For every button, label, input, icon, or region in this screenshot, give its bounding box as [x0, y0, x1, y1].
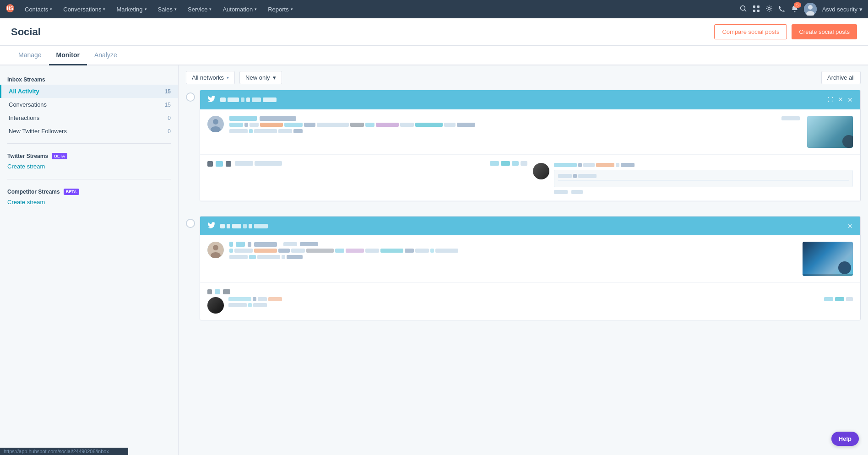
- filter-left: All networks ▾ New only ▾: [186, 71, 282, 84]
- stream-1-select-circle[interactable]: [186, 92, 195, 102]
- nav-left: HS Contacts ▾ Conversations ▾ Marketing …: [5, 0, 298, 18]
- tab-analyze[interactable]: Analyze: [87, 46, 125, 65]
- post-1-content: [229, 116, 853, 148]
- tabs-bar: Manage Monitor Analyze: [0, 46, 868, 65]
- nav-sales[interactable]: Sales ▾: [153, 0, 182, 18]
- tab-manage[interactable]: Manage: [11, 46, 49, 65]
- compare-social-posts-button[interactable]: Compare social posts: [714, 24, 787, 39]
- stream-section-2: ✕: [186, 216, 861, 328]
- nav-service[interactable]: Service ▾: [183, 0, 216, 18]
- network-chevron-icon: ▾: [227, 75, 229, 80]
- competitor-streams-header: Competitor Streams BETA: [0, 185, 178, 197]
- stream-1-close-icon[interactable]: ✕: [847, 96, 853, 103]
- top-navigation: HS Contacts ▾ Conversations ▾ Marketing …: [0, 0, 868, 18]
- tab-monitor[interactable]: Monitor: [49, 46, 87, 65]
- stream-2-select-circle[interactable]: [186, 219, 195, 228]
- inbox-streams-title: Inbox Streams: [0, 73, 178, 85]
- stream-1-action-icon-2[interactable]: [837, 96, 844, 104]
- apps-icon[interactable]: [753, 5, 760, 14]
- post-item-4: [200, 283, 860, 320]
- create-competitor-stream-link[interactable]: Create stream: [0, 197, 178, 209]
- competitor-streams-beta-badge: BETA: [64, 189, 79, 195]
- post-1-avatar: [207, 116, 224, 132]
- post-item-2: [200, 155, 860, 201]
- notifications-badge[interactable]: 5: [791, 5, 798, 14]
- nav-reports[interactable]: Reports ▾: [263, 0, 298, 18]
- header-actions: Compare social posts Create social posts: [714, 24, 857, 39]
- svg-rect-5: [757, 5, 760, 8]
- archive-all-button[interactable]: Archive all: [821, 71, 861, 84]
- network-filter-dropdown[interactable]: All networks ▾: [186, 71, 235, 84]
- nav-right: 5 Asvd security ▾: [740, 3, 863, 16]
- create-social-posts-button[interactable]: Create social posts: [792, 24, 857, 39]
- new-only-chevron-icon: ▾: [273, 74, 276, 81]
- stream-1-action-icon-1[interactable]: [827, 96, 834, 104]
- main-layout: Inbox Streams All Activity 15 Conversati…: [0, 65, 868, 455]
- svg-text:HS: HS: [7, 6, 13, 11]
- stream-section-1: ✕: [186, 90, 861, 209]
- marketing-chevron: ▾: [145, 7, 147, 11]
- sidebar: Inbox Streams All Activity 15 Conversati…: [0, 65, 179, 455]
- post-item-3: [200, 235, 860, 283]
- user-name[interactable]: Asvd security ▾: [822, 6, 863, 13]
- sidebar-item-conversations[interactable]: Conversations 15: [0, 98, 178, 111]
- stream-1-header-left: [207, 95, 277, 105]
- svg-point-10: [808, 5, 813, 10]
- stream-1-header: ✕: [200, 90, 860, 109]
- sidebar-divider-1: [7, 143, 171, 144]
- stream-2-header: ✕: [200, 217, 860, 235]
- help-button[interactable]: Help: [831, 432, 859, 446]
- new-only-filter-dropdown[interactable]: New only ▾: [239, 71, 282, 84]
- post-3-content: [229, 242, 853, 276]
- page-header: Social Compare social posts Create socia…: [0, 18, 868, 46]
- page-title: Social: [11, 26, 41, 38]
- nav-conversations[interactable]: Conversations ▾: [59, 0, 110, 18]
- settings-icon[interactable]: [765, 5, 773, 14]
- twitter-bird-icon-1: [207, 95, 216, 105]
- sidebar-item-interactions[interactable]: Interactions 0: [0, 111, 178, 125]
- notification-count: 5: [794, 2, 801, 8]
- nav-contacts[interactable]: Contacts ▾: [20, 0, 57, 18]
- svg-rect-4: [753, 5, 755, 8]
- twitter-streams-header: Twitter Streams BETA: [0, 149, 178, 161]
- sidebar-divider-2: [7, 179, 171, 179]
- stream-card-1: ✕: [200, 90, 861, 201]
- post-3-avatar: [207, 242, 224, 258]
- reports-chevron: ▾: [291, 7, 293, 11]
- post-3-image: [803, 242, 853, 276]
- svg-point-2: [740, 5, 745, 10]
- status-bar: https://app.hubspot.com/social/24490206/…: [0, 448, 128, 455]
- search-icon[interactable]: [740, 5, 747, 14]
- svg-point-8: [768, 7, 770, 10]
- phone-icon[interactable]: [778, 5, 786, 14]
- stream-2-close-icon[interactable]: ✕: [847, 222, 853, 230]
- content-area: All networks ▾ New only ▾ Archive all: [179, 65, 868, 455]
- nav-marketing[interactable]: Marketing ▾: [112, 0, 151, 18]
- service-chevron: ▾: [209, 7, 212, 11]
- automation-chevron: ▾: [255, 7, 257, 11]
- avatar[interactable]: [804, 3, 817, 16]
- post-item-1: [200, 109, 860, 155]
- sidebar-item-all-activity[interactable]: All Activity 15: [0, 85, 178, 98]
- stream-card-2: ✕: [200, 216, 861, 320]
- contacts-chevron: ▾: [50, 7, 52, 11]
- conversations-chevron: ▾: [103, 7, 105, 11]
- stream-2-header-right: ✕: [847, 222, 853, 230]
- stream-1-header-right: ✕: [827, 96, 853, 104]
- nav-automation[interactable]: Automation ▾: [218, 0, 261, 18]
- user-chevron-icon: ▾: [859, 6, 863, 13]
- filter-bar: All networks ▾ New only ▾ Archive all: [179, 65, 868, 90]
- stream-2-header-left: [207, 221, 268, 231]
- sales-chevron: ▾: [174, 7, 177, 11]
- svg-point-13: [213, 119, 218, 125]
- svg-point-16: [213, 245, 218, 250]
- post-1-image: [807, 116, 853, 148]
- hubspot-logo[interactable]: HS: [5, 4, 15, 15]
- svg-rect-7: [757, 10, 760, 12]
- create-twitter-stream-link[interactable]: Create stream: [0, 161, 178, 173]
- svg-rect-6: [753, 10, 755, 12]
- svg-line-3: [744, 10, 746, 11]
- twitter-streams-beta-badge: BETA: [52, 153, 67, 159]
- sidebar-item-new-twitter-followers[interactable]: New Twitter Followers 0: [0, 125, 178, 138]
- twitter-bird-icon-2: [207, 221, 216, 231]
